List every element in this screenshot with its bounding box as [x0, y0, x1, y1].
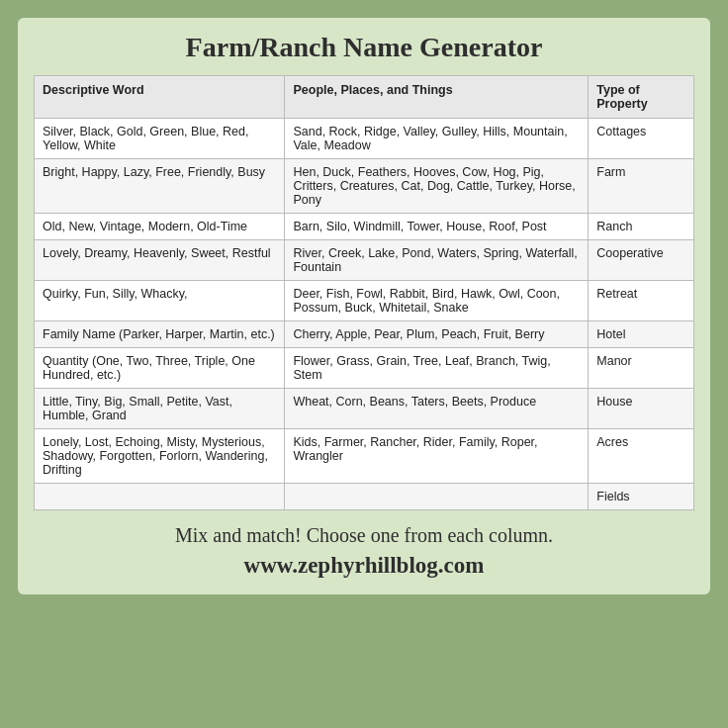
cell-col3: Acres — [589, 429, 694, 484]
cell-col3: Cooperative — [589, 240, 694, 281]
cell-col1: Little, Tiny, Big, Small, Petite, Vast, … — [35, 389, 285, 429]
header-col2: People, Places, and Things — [285, 76, 589, 119]
cell-col3: Cottages — [589, 119, 694, 159]
cell-col3: Manor — [589, 348, 694, 389]
cell-col2: Deer, Fish, Fowl, Rabbit, Bird, Hawk, Ow… — [285, 281, 589, 321]
table-row: Quirky, Fun, Silly, Whacky,Deer, Fish, F… — [35, 281, 694, 321]
cell-col3: Farm — [589, 159, 694, 214]
cell-col3: Retreat — [589, 281, 694, 321]
table-row: Little, Tiny, Big, Small, Petite, Vast, … — [35, 389, 694, 429]
generator-table: Descriptive Word People, Places, and Thi… — [34, 75, 694, 510]
cell-col1: Quantity (One, Two, Three, Triple, One H… — [35, 348, 285, 389]
cell-col2: Sand, Rock, Ridge, Valley, Gulley, Hills… — [285, 119, 589, 159]
table-row: Lovely, Dreamy, Heavenly, Sweet, Restful… — [35, 240, 694, 281]
cell-col2: River, Creek, Lake, Pond, Waters, Spring… — [285, 240, 589, 281]
table-row: Fields — [35, 484, 694, 510]
cell-col2: Kids, Farmer, Rancher, Rider, Family, Ro… — [285, 429, 589, 484]
cell-col2: Hen, Duck, Feathers, Hooves, Cow, Hog, P… — [285, 159, 589, 214]
table-row: Silver, Black, Gold, Green, Blue, Red, Y… — [35, 119, 694, 159]
cell-col2: Flower, Grass, Grain, Tree, Leaf, Branch… — [285, 348, 589, 389]
cell-col1: Lovely, Dreamy, Heavenly, Sweet, Restful — [35, 240, 285, 281]
table-row: Old, New, Vintage, Modern, Old-TimeBarn,… — [35, 214, 694, 240]
cell-col1: Family Name (Parker, Harper, Martin, etc… — [35, 321, 285, 348]
table-row: Lonely, Lost, Echoing, Misty, Mysterious… — [35, 429, 694, 484]
cell-col2: Barn, Silo, Windmill, Tower, House, Roof… — [285, 214, 589, 240]
footer-url: www.zephyrhillblog.com — [244, 553, 485, 579]
cell-col3: Fields — [589, 484, 694, 510]
cell-col2: Wheat, Corn, Beans, Taters, Beets, Produ… — [285, 389, 589, 429]
table-row: Family Name (Parker, Harper, Martin, etc… — [35, 321, 694, 348]
cell-col1: Quirky, Fun, Silly, Whacky, — [35, 281, 285, 321]
cell-col1: Lonely, Lost, Echoing, Misty, Mysterious… — [35, 429, 285, 484]
header-col3: Type of Property — [589, 76, 694, 119]
main-card: Farm/Ranch Name Generator Descriptive Wo… — [18, 18, 710, 594]
header-col1: Descriptive Word — [35, 76, 285, 119]
cell-col3: Hotel — [589, 321, 694, 348]
cell-col1: Old, New, Vintage, Modern, Old-Time — [35, 214, 285, 240]
cell-col2: Cherry, Apple, Pear, Plum, Peach, Fruit,… — [285, 321, 589, 348]
table-row: Bright, Happy, Lazy, Free, Friendly, Bus… — [35, 159, 694, 214]
cell-col1: Silver, Black, Gold, Green, Blue, Red, Y… — [35, 119, 285, 159]
cell-col2 — [285, 484, 589, 510]
table-row: Quantity (One, Two, Three, Triple, One H… — [35, 348, 694, 389]
cell-col1: Bright, Happy, Lazy, Free, Friendly, Bus… — [35, 159, 285, 214]
cell-col3: House — [589, 389, 694, 429]
cell-col3: Ranch — [589, 214, 694, 240]
footer-tagline: Mix and match! Choose one from each colu… — [175, 524, 553, 547]
page-title: Farm/Ranch Name Generator — [186, 32, 543, 63]
cell-col1 — [35, 484, 285, 510]
